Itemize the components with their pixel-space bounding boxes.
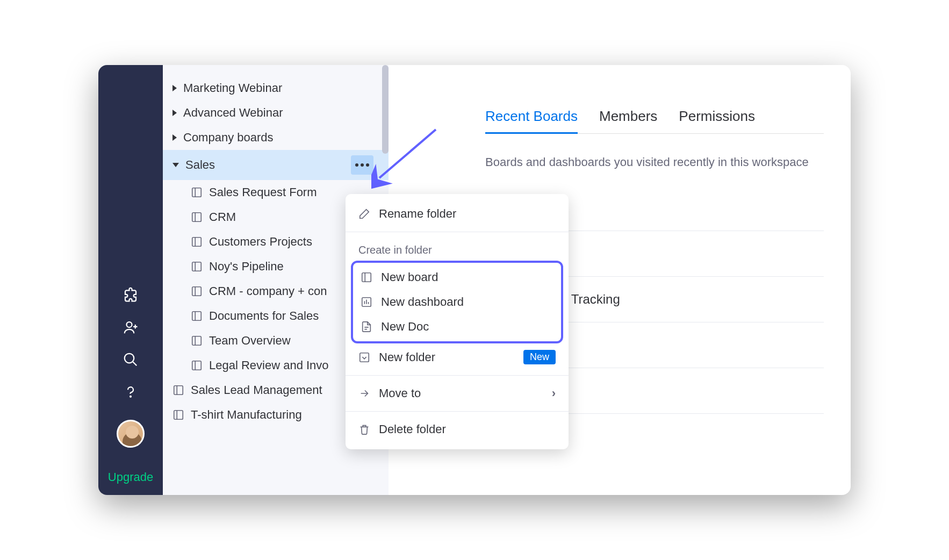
menu-new-doc[interactable]: New Doc <box>353 314 561 339</box>
chevron-right-icon: › <box>552 386 556 400</box>
folder-label: Marketing Webinar <box>183 81 282 95</box>
board-icon <box>191 335 203 347</box>
sidebar-scrollbar[interactable] <box>382 65 389 154</box>
menu-divider <box>346 411 569 412</box>
folder-advanced-webinar[interactable]: Advanced Webinar <box>163 100 389 125</box>
tab-permissions[interactable]: Permissions <box>679 108 755 133</box>
board-label: Customers Projects <box>209 235 312 249</box>
board-label: Noy's Pipeline <box>209 260 284 274</box>
menu-move-to[interactable]: Move to › <box>346 380 569 407</box>
puzzle-icon[interactable] <box>122 286 139 304</box>
menu-divider <box>346 375 569 376</box>
svg-point-2 <box>130 396 131 397</box>
svg-rect-7 <box>192 287 202 296</box>
board-label: Legal Review and Invo <box>209 358 329 372</box>
caret-right-icon <box>172 110 177 116</box>
arrow-right-icon <box>358 387 370 399</box>
menu-label: New board <box>381 270 438 284</box>
folder-company-boards[interactable]: Company boards <box>163 125 389 150</box>
tab-bar: Recent Boards Members Permissions <box>485 108 824 134</box>
board-icon <box>172 384 184 396</box>
svg-rect-12 <box>174 411 183 420</box>
menu-label: Delete folder <box>379 422 446 436</box>
svg-rect-10 <box>192 361 202 370</box>
menu-label: New Doc <box>381 320 429 334</box>
svg-rect-3 <box>192 188 202 197</box>
pencil-icon <box>358 208 370 220</box>
folder-label: Sales <box>185 158 215 172</box>
menu-label: Rename folder <box>379 207 456 221</box>
menu-section-label: Create in folder <box>346 236 569 261</box>
board-label: Team Overview <box>209 334 291 348</box>
menu-rename-folder[interactable]: Rename folder <box>346 200 569 227</box>
upgrade-button[interactable]: Upgrade <box>108 470 153 484</box>
new-badge: New <box>523 350 556 364</box>
board-label: Sales Request Form <box>209 185 317 199</box>
board-icon <box>172 409 184 421</box>
recent-subtitle: Boards and dashboards you visited recent… <box>485 155 824 169</box>
caret-down-icon <box>172 163 179 167</box>
invite-user-icon[interactable] <box>122 319 139 336</box>
board-icon <box>191 211 203 223</box>
folder-collapse-icon <box>358 351 370 363</box>
board-icon <box>191 310 203 322</box>
search-icon[interactable] <box>122 351 139 368</box>
svg-rect-4 <box>192 213 202 222</box>
menu-divider <box>346 232 569 232</box>
tab-members[interactable]: Members <box>599 108 657 133</box>
board-icon <box>361 271 372 283</box>
board-icon <box>191 360 203 371</box>
menu-new-board[interactable]: New board <box>353 265 561 290</box>
menu-label: Move to <box>379 386 421 400</box>
folder-label: Advanced Webinar <box>183 106 283 120</box>
menu-new-folder[interactable]: New folder New <box>346 343 569 371</box>
menu-delete-folder[interactable]: Delete folder <box>346 416 569 443</box>
board-label: CRM - company + con <box>209 284 327 298</box>
user-avatar[interactable] <box>117 420 145 448</box>
folder-context-menu: Rename folder Create in folder New board… <box>346 194 569 449</box>
svg-rect-13 <box>362 273 371 282</box>
doc-icon <box>361 321 372 333</box>
tab-recent-boards[interactable]: Recent Boards <box>485 108 578 133</box>
folder-label: Company boards <box>183 131 274 145</box>
menu-label: New dashboard <box>381 295 464 309</box>
nav-rail: Upgrade <box>98 65 163 495</box>
menu-new-dashboard[interactable]: New dashboard <box>353 290 561 314</box>
board-icon <box>191 261 203 272</box>
svg-rect-15 <box>360 353 369 362</box>
svg-rect-11 <box>174 386 183 395</box>
folder-sales[interactable]: Sales <box>163 150 389 180</box>
board-icon <box>191 186 203 198</box>
folder-marketing-webinar[interactable]: Marketing Webinar <box>163 76 389 100</box>
caret-right-icon <box>172 85 177 91</box>
trash-icon <box>358 423 370 435</box>
svg-point-0 <box>127 322 132 327</box>
help-icon[interactable] <box>122 383 139 400</box>
menu-label: New folder <box>379 350 435 364</box>
caret-right-icon <box>172 134 177 141</box>
board-label: T-shirt Manufacturing <box>191 408 302 422</box>
svg-rect-6 <box>192 262 202 271</box>
highlight-annotation: New board New dashboard New Doc <box>351 261 563 343</box>
board-icon <box>191 285 203 297</box>
folder-more-button[interactable] <box>351 155 373 175</box>
board-icon <box>191 236 203 248</box>
board-label: Documents for Sales <box>209 309 319 323</box>
svg-rect-5 <box>192 238 202 247</box>
dashboard-icon <box>361 296 372 308</box>
svg-rect-8 <box>192 312 202 321</box>
board-label: Sales Lead Management <box>191 383 322 397</box>
app-frame: Upgrade Marketing Webinar Advanced Webin… <box>98 65 851 495</box>
svg-point-1 <box>125 354 134 363</box>
svg-rect-9 <box>192 336 202 346</box>
board-label: CRM <box>209 210 236 224</box>
